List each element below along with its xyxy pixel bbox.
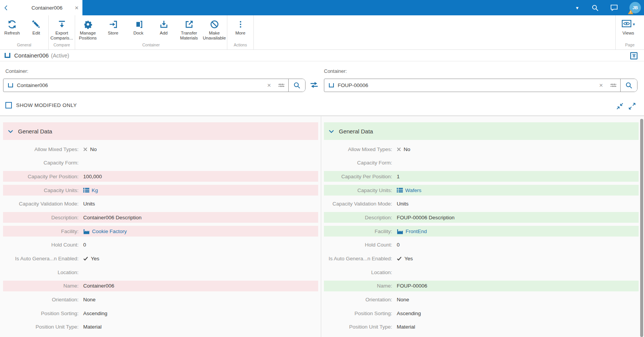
field-label: Position Sorting: (324, 311, 392, 316)
toolbar-group-container: Manage Positions Store Dock Add Transfer… (75, 15, 227, 49)
field-value: FrontEnd (397, 229, 427, 234)
refresh-button[interactable]: Refresh (0, 19, 24, 36)
make-unavailable-button[interactable]: Make Unavailable (202, 19, 227, 41)
field-row: Description:Container006 Description (3, 212, 318, 223)
field-row: Location: (324, 267, 639, 278)
field-value-link[interactable]: Cookie Factory (83, 229, 127, 234)
list-icon (83, 187, 89, 193)
field-row: Orientation:None (324, 294, 639, 305)
field-label: Name: (324, 283, 392, 289)
field-label: Name: (3, 283, 79, 289)
field-row: Capacity Per Position:100,000 (3, 171, 318, 182)
page-title: Container006 (14, 52, 49, 59)
filter-icon[interactable] (274, 82, 288, 88)
factory-icon (83, 229, 90, 234)
field-label: Position Sorting: (3, 311, 79, 316)
views-button[interactable]: ▾ Views (616, 19, 641, 36)
field-value: Yes (83, 256, 99, 261)
field-label: Is Auto Genera...n Enabled: (324, 256, 392, 261)
general-data-header-right[interactable]: General Data (324, 122, 639, 140)
field-row: Capacity Units:Wafers (324, 185, 639, 196)
field-label: Orientation: (3, 297, 79, 302)
filter-icon[interactable] (606, 82, 620, 88)
field-label: Location: (324, 270, 392, 275)
field-row: Location: (3, 267, 318, 278)
field-label: Capacity Units: (3, 187, 79, 193)
tab-strip: Container006 × (0, 0, 82, 15)
no-entry-icon (210, 19, 219, 30)
tab-close-icon[interactable]: × (75, 5, 79, 11)
status-badge: (Active) (51, 53, 69, 59)
field-value-text: Ascending (83, 311, 107, 316)
field-label: Capacity Form: (324, 160, 392, 166)
clear-icon[interactable]: × (596, 82, 606, 89)
search-button[interactable] (620, 79, 637, 92)
field-label: Location: (3, 270, 79, 275)
store-button[interactable]: Store (100, 19, 126, 36)
add-button[interactable]: Add (151, 19, 176, 36)
field-value: Container006 (83, 283, 114, 289)
check-icon (83, 256, 88, 261)
section-title: General Data (339, 128, 373, 135)
transfer-materials-icon (184, 19, 194, 30)
field-value: 0 (83, 242, 86, 248)
clear-icon[interactable]: × (264, 82, 274, 89)
expand-all-icon[interactable] (629, 103, 636, 110)
edit-button[interactable]: Edit (24, 19, 48, 36)
tab-container006[interactable]: Container006 × (12, 0, 82, 15)
field-row: Hold Count:0 (3, 240, 318, 250)
field-label: Capacity Validation Mode: (3, 201, 79, 207)
field-label: Facility: (3, 229, 79, 234)
transfer-materials-button[interactable]: Transfer Materials (176, 19, 202, 41)
field-row: Position Unit Type:Material (324, 322, 639, 332)
field-value-link[interactable]: Kg (83, 187, 98, 193)
toolbar-group-label: Actions (227, 43, 253, 47)
field-value: Units (83, 201, 95, 207)
swap-containers-button[interactable] (309, 81, 319, 89)
field-value-text: Yes (404, 256, 413, 261)
field-value: Container006 Description (83, 215, 141, 220)
field-value: 1 (397, 174, 400, 179)
x-icon (397, 147, 401, 151)
topbar-search-icon[interactable] (591, 4, 599, 12)
field-row: Description:FOUP-00006 Description (324, 212, 639, 223)
scrollbar-thumb[interactable] (640, 119, 643, 337)
field-value-link[interactable]: Wafers (397, 187, 421, 193)
add-icon (159, 19, 169, 30)
make-unavailable-label: Make Unavailable (202, 31, 227, 41)
container-input-left[interactable] (17, 82, 264, 88)
field-value-text: 0 (397, 242, 400, 248)
toolbar-group-label: General (0, 43, 48, 47)
general-data-header-left[interactable]: General Data (3, 122, 318, 140)
more-button[interactable]: More (227, 19, 253, 36)
collapse-all-icon[interactable] (616, 103, 623, 110)
manage-positions-button[interactable]: Manage Positions (75, 19, 100, 41)
toolbar: Refresh Edit General Export Comparis... … (0, 15, 644, 50)
field-value-link[interactable]: FrontEnd (397, 229, 427, 234)
field-value-text: Yes (91, 256, 99, 261)
dock-button[interactable]: Dock (126, 19, 151, 36)
field-value: Wafers (397, 187, 421, 193)
toolbar-group-label: Container (75, 43, 227, 47)
show-modified-checkbox[interactable] (5, 102, 12, 108)
topbar-chat-icon[interactable] (610, 4, 618, 11)
container-input-right[interactable] (338, 82, 596, 88)
field-value-text: 0 (83, 242, 86, 248)
field-row: Is Auto Genera...n Enabled:Yes (324, 253, 639, 264)
avatar[interactable]: JB ! (629, 2, 641, 13)
field-row: Position Sorting:Ascending (3, 308, 318, 319)
field-row: Capacity Form: (324, 158, 639, 168)
search-button[interactable] (288, 79, 305, 92)
field-value: Kg (83, 187, 98, 193)
container-icon (329, 83, 334, 87)
field-label: Position Unit Type: (3, 324, 79, 330)
back-button[interactable] (0, 0, 12, 15)
manage-positions-label: Manage Positions (75, 31, 100, 41)
export-comparison-button[interactable]: Export Comparis... (49, 19, 75, 41)
container-icon (5, 53, 10, 58)
field-label: Hold Count: (324, 242, 392, 248)
panel-expand-icon[interactable] (630, 52, 637, 59)
gear-icon (83, 19, 93, 30)
container-picker-right: × (324, 79, 637, 92)
topbar-dropdown-icon[interactable]: ▾ (576, 5, 578, 11)
